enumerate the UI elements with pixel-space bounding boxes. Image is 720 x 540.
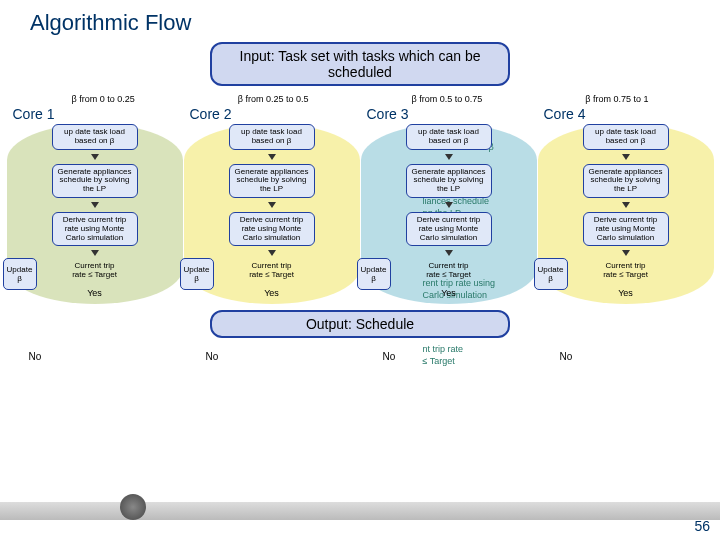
- step-mc-1: Derive current trip rate using Monte Car…: [52, 212, 138, 246]
- beta-ranges: β from 0 to 0.25 β from 0.25 to 0.5 β fr…: [0, 92, 720, 106]
- arrow-icon: [622, 202, 630, 208]
- core-4-label: Core 4: [540, 106, 712, 122]
- footer-bar: [0, 502, 720, 520]
- arrow-icon: [91, 250, 99, 256]
- arrow-icon: [622, 154, 630, 160]
- arrow-icon: [268, 202, 276, 208]
- logo-icon: [120, 494, 146, 520]
- arrow-icon: [268, 154, 276, 160]
- update-beta-4: Update β: [534, 258, 568, 290]
- step-mc-3: Derive current trip rate using Monte Car…: [406, 212, 492, 246]
- step-load-3: up date task load based on β: [406, 124, 492, 150]
- step-lp-1: Generate appliances schedule by solving …: [52, 164, 138, 198]
- step-mc-4: Derive current trip rate using Monte Car…: [583, 212, 669, 246]
- range-4: β from 0.75 to 1: [585, 94, 648, 104]
- ghost-text: nt trip rate: [423, 344, 464, 354]
- range-2: β from 0.25 to 0.5: [238, 94, 309, 104]
- yes-4: Yes: [618, 288, 633, 298]
- core-2-label: Core 2: [186, 106, 358, 122]
- arrow-icon: [445, 154, 453, 160]
- page-number: 56: [694, 518, 710, 534]
- core-4: Core 4 Update β No up date task load bas…: [540, 106, 712, 298]
- arrow-icon: [445, 202, 453, 208]
- decision-4: Current trip rate ≤ Target: [596, 260, 656, 282]
- range-1: β from 0 to 0.25: [72, 94, 135, 104]
- yes-3: Yes: [441, 288, 456, 298]
- core-3: k load based on β liances schedule ng th…: [363, 106, 535, 298]
- step-load-4: up date task load based on β: [583, 124, 669, 150]
- arrow-icon: [91, 202, 99, 208]
- core-1: Core 1 Update β No up date task load bas…: [9, 106, 181, 298]
- decision-2: Current trip rate ≤ Target: [242, 260, 302, 282]
- core-3-label: Core 3: [363, 106, 535, 122]
- arrow-icon: [268, 250, 276, 256]
- ghost-text: ≤ Target: [423, 356, 455, 366]
- yes-1: Yes: [87, 288, 102, 298]
- no-1: No: [29, 351, 42, 362]
- no-2: No: [206, 351, 219, 362]
- yes-2: Yes: [264, 288, 279, 298]
- arrow-icon: [91, 154, 99, 160]
- core-1-label: Core 1: [9, 106, 181, 122]
- update-beta-1: Update β: [3, 258, 37, 290]
- step-load-1: up date task load based on β: [52, 124, 138, 150]
- arrow-icon: [445, 250, 453, 256]
- no-4: No: [560, 351, 573, 362]
- step-lp-4: Generate appliances schedule by solving …: [583, 164, 669, 198]
- update-beta-3: Update β: [357, 258, 391, 290]
- arrow-icon: [622, 250, 630, 256]
- decision-3: Current trip rate ≤ Target: [419, 260, 479, 282]
- range-3: β from 0.5 to 0.75: [412, 94, 483, 104]
- page-title: Algorithmic Flow: [0, 0, 720, 36]
- core-2: Core 2 Update β No up date task load bas…: [186, 106, 358, 298]
- step-lp-3: Generate appliances schedule by solving …: [406, 164, 492, 198]
- update-beta-2: Update β: [180, 258, 214, 290]
- step-lp-2: Generate appliances schedule by solving …: [229, 164, 315, 198]
- input-box: Input: Task set with tasks which can be …: [210, 42, 510, 86]
- step-mc-2: Derive current trip rate using Monte Car…: [229, 212, 315, 246]
- output-box: Output: Schedule: [210, 310, 510, 338]
- decision-1: Current trip rate ≤ Target: [65, 260, 125, 282]
- step-load-2: up date task load based on β: [229, 124, 315, 150]
- cores-row: Core 1 Update β No up date task load bas…: [0, 106, 720, 298]
- no-3: No: [383, 351, 396, 362]
